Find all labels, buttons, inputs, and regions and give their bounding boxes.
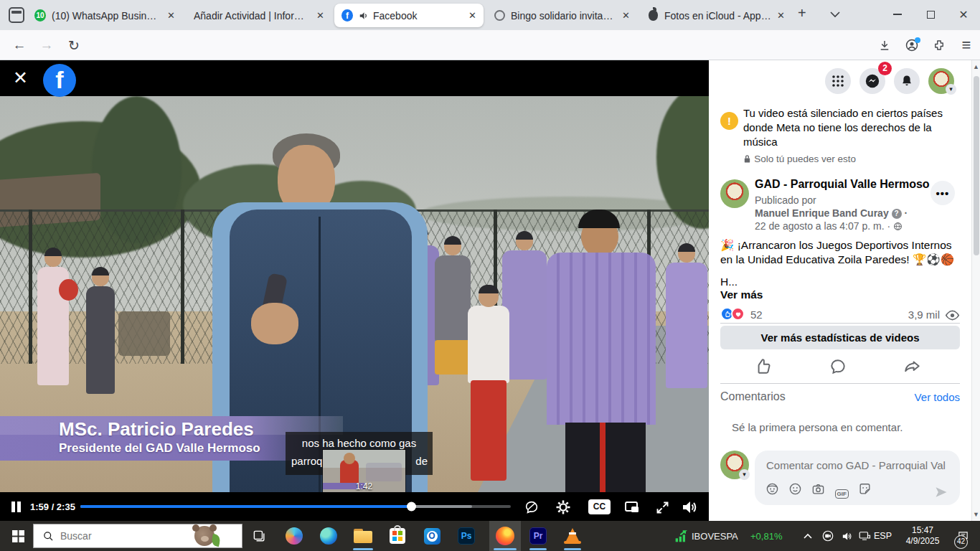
camera-icon[interactable] — [811, 482, 825, 496]
close-icon[interactable]: ✕ — [622, 10, 630, 21]
video-controls: 1:59 / 2:35 CC — [0, 492, 709, 521]
pause-icon[interactable] — [11, 501, 15, 512]
volume-icon[interactable] — [680, 498, 699, 517]
firefox-icon[interactable] — [489, 521, 521, 551]
close-icon[interactable]: ✕ — [316, 10, 324, 21]
fullscreen-icon[interactable] — [653, 498, 672, 517]
tab-icloud[interactable]: Fotos en iCloud - Apple iClou ✕ — [640, 4, 792, 27]
chevron-down-icon[interactable]: ▾ — [739, 469, 750, 480]
account-notification-dot — [915, 37, 920, 43]
forward-button[interactable]: → — [34, 30, 59, 60]
preview-timestamp: 1:42 — [323, 481, 405, 491]
browser-navbar: ← → ↻ ☆ ≡ — [0, 30, 980, 60]
page-avatar[interactable] — [720, 179, 749, 208]
extensions-icon[interactable] — [927, 30, 951, 60]
see-all-comments-link[interactable]: Ver todos — [915, 391, 960, 403]
reload-button[interactable]: ↻ — [62, 30, 86, 60]
stock-widget-icon[interactable] — [673, 521, 690, 551]
help-badge-icon[interactable]: ? — [892, 209, 902, 219]
stock-ticker-change[interactable]: +0,81% — [750, 521, 782, 551]
tab-audio-icon[interactable] — [359, 11, 369, 21]
task-view-button[interactable] — [247, 521, 271, 551]
tab-facebook[interactable]: f Facebook ✕ — [334, 4, 484, 27]
comment-input[interactable] — [766, 459, 946, 471]
start-button[interactable] — [6, 521, 30, 551]
stock-ticker-symbol[interactable]: IBOVESPA — [692, 521, 738, 551]
progress-played[interactable] — [80, 505, 412, 508]
closed-captions-icon[interactable]: CC — [588, 499, 611, 514]
scroll-up-icon[interactable]: ▲ — [973, 63, 979, 70]
publisher-name[interactable]: Manuel Enrique Band Curay ? · — [755, 207, 908, 219]
share-button[interactable] — [903, 357, 922, 378]
comment-composer[interactable]: GIF — [755, 451, 960, 505]
menu-icon[interactable]: ≡ — [954, 30, 979, 60]
sticker-icon[interactable] — [858, 482, 872, 496]
progress-track[interactable] — [80, 505, 511, 508]
edge-icon[interactable] — [314, 521, 343, 551]
tab-whatsapp[interactable]: 10 (10) WhatsApp Business ✕ — [27, 4, 182, 27]
tab-bingo[interactable]: Bingo solidario invitación ✕ — [486, 4, 637, 27]
minimize-button[interactable] — [881, 0, 914, 29]
close-video-icon[interactable]: ✕ — [13, 67, 28, 88]
video-player[interactable]: MSc. Patricio Paredes Presidente del GAD… — [0, 60, 709, 521]
tray-expand-chevron-icon[interactable] — [799, 521, 816, 551]
downloads-icon[interactable] — [872, 30, 897, 60]
comment-button[interactable] — [829, 357, 847, 378]
scrollbar-thumb[interactable] — [974, 76, 979, 255]
tab-list-chevron-icon[interactable] — [829, 11, 841, 18]
like-button[interactable] — [753, 357, 772, 378]
settings-gear-icon[interactable] — [554, 498, 573, 517]
search-input[interactable] — [60, 530, 175, 542]
notifications-tray-button[interactable]: 42 — [953, 521, 973, 551]
page-name[interactable]: GAD - Parroquial Valle Hermoso — [755, 178, 930, 191]
preview-crowd — [366, 463, 402, 481]
copilot-icon[interactable] — [280, 521, 308, 551]
chevron-down-icon[interactable]: ▾ — [946, 84, 956, 95]
reaction-count[interactable]: 52 — [750, 309, 763, 321]
tray-clock[interactable]: 15:47 4/9/2025 — [897, 525, 948, 547]
tab-title: Bingo solidario invitación — [511, 10, 616, 22]
new-tab-button[interactable]: + — [798, 5, 806, 22]
outlook-icon[interactable]: O — [418, 521, 446, 551]
file-explorer-icon[interactable] — [349, 521, 377, 551]
scroll-down-icon[interactable]: ▼ — [973, 511, 979, 518]
photoshop-icon[interactable]: Ps — [452, 521, 481, 551]
page-scrollbar[interactable]: ▲ ▼ — [971, 60, 980, 521]
picture-in-picture-icon[interactable] — [623, 498, 641, 517]
smiley-icon[interactable] — [788, 482, 802, 496]
avatar-emoji-icon[interactable] — [765, 482, 779, 496]
maximize-button[interactable] — [914, 0, 947, 29]
close-window-button[interactable]: ✕ — [947, 0, 980, 29]
see-more-link[interactable]: Ver más — [720, 288, 763, 301]
account-icon[interactable] — [900, 30, 924, 60]
send-icon[interactable] — [934, 485, 948, 499]
video-stats-button[interactable]: Ver más estadísticas de videos — [720, 326, 960, 349]
close-icon[interactable]: ✕ — [468, 10, 476, 21]
notification-count-badge: 42 — [954, 535, 968, 549]
network-icon[interactable] — [855, 521, 874, 551]
apps-menu-button[interactable] — [825, 68, 851, 94]
vlc-icon[interactable] — [558, 521, 587, 551]
red-balloon — [59, 279, 78, 301]
facebook-logo[interactable]: f — [43, 64, 76, 97]
comments-disabled-icon[interactable] — [522, 498, 541, 517]
back-button[interactable]: ← — [7, 30, 32, 60]
volume-tray-icon[interactable] — [838, 521, 855, 551]
warning-icon: ! — [720, 112, 738, 130]
love-reaction-icon[interactable] — [731, 307, 745, 321]
post-timestamp[interactable]: 22 de agosto a las 4:07 p. m. · — [755, 220, 903, 232]
meet-now-icon[interactable] — [819, 521, 837, 551]
close-icon[interactable]: ✕ — [777, 10, 785, 21]
pause-icon[interactable] — [17, 501, 21, 512]
firefox-view-icon[interactable] — [9, 7, 24, 23]
facebook-sidebar: 2 ▾ ! Tu video está silenciado en cierto… — [709, 60, 971, 521]
premiere-icon[interactable]: Pr — [524, 521, 552, 551]
microsoft-store-icon[interactable] — [383, 521, 412, 551]
post-menu-button[interactable]: ••• — [930, 181, 955, 205]
gif-icon[interactable]: GIF — [835, 489, 849, 499]
close-icon[interactable]: ✕ — [167, 10, 175, 21]
language-indicator[interactable]: ESP — [874, 521, 892, 551]
taskbar-search[interactable] — [33, 524, 242, 548]
tab-informes[interactable]: Añadir Actividad | Informes Mens ✕ — [185, 4, 331, 27]
notifications-button[interactable] — [894, 68, 920, 94]
